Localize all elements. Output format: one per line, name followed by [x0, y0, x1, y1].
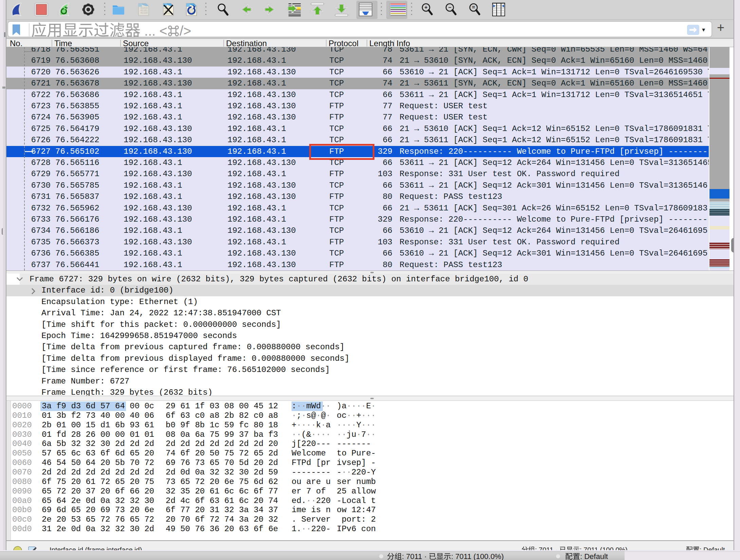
svg-text:+: + — [424, 4, 427, 10]
svg-text:−: − — [448, 4, 451, 10]
svg-text:01110: 01110 — [141, 12, 148, 14]
svg-text:=: = — [472, 4, 475, 10]
